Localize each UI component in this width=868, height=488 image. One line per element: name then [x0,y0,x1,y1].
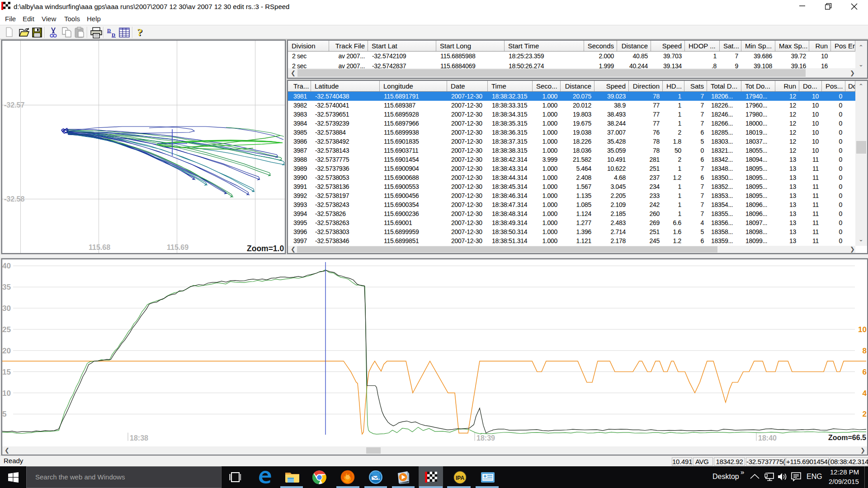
svg-text:Zoom=1.0: Zoom=1.0 [247,244,284,253]
svg-text:18:40: 18:40 [758,434,777,442]
svg-text:8: 8 [863,347,867,355]
svg-text:Zoom=66.5: Zoom=66.5 [828,434,866,441]
svg-text:18:39: 18:39 [476,434,495,442]
svg-text:4: 4 [863,389,867,398]
svg-text:15: 15 [2,368,11,376]
svg-text:40: 40 [2,262,11,270]
svg-text:30: 30 [2,304,11,313]
svg-text:20: 20 [2,347,11,355]
svg-text:2: 2 [863,410,867,418]
svg-text:10: 10 [858,325,867,334]
svg-text:115.69: 115.69 [167,244,189,251]
svg-text:35: 35 [2,283,11,291]
svg-text:10: 10 [2,389,11,398]
svg-text:25: 25 [2,325,11,334]
svg-text:D: D [107,28,111,33]
svg-text:IPA: IPA [456,475,464,481]
svg-text:115.68: 115.68 [89,244,110,251]
svg-text:-32.58: -32.58 [4,195,24,203]
svg-text:6: 6 [863,368,867,376]
svg-text:18:38: 18:38 [130,434,148,442]
svg-text:D: D [112,32,115,38]
svg-text:-32.57: -32.57 [4,101,24,109]
svg-text:?: ? [137,27,142,38]
svg-text:5: 5 [2,410,6,418]
